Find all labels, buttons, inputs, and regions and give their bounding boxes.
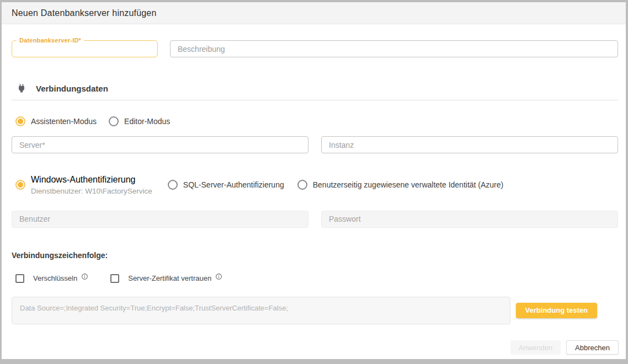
checkbox-box [15, 274, 24, 283]
server-input[interactable] [12, 136, 308, 153]
test-connection-button[interactable]: Verbindung testen [516, 303, 597, 318]
add-database-server-dialog: Neuen Datenbankserver hinzufügen Datenba… [2, 2, 626, 359]
radio-sql-server-auth[interactable]: SQL-Server-Authentifizierung [168, 180, 284, 190]
radio-editor-mode[interactable]: Editor-Modus [109, 116, 170, 126]
mode-radio-group: Assistenten-Modus Editor-Modus [12, 116, 618, 126]
connection-data-section-header: Verbindungsdaten [12, 83, 618, 94]
windows-auth-label: Windows-Authentifizierung [31, 173, 152, 186]
info-icon[interactable] [81, 272, 88, 280]
radio-assistant-mode[interactable]: Assistenten-Modus [15, 116, 97, 126]
auth-radio-group: Windows-Authentifizierung Dienstbenutzer… [12, 173, 618, 197]
cancel-button[interactable]: Abbrechen [566, 340, 619, 355]
radio-circle [109, 116, 119, 126]
radio-circle [15, 116, 25, 126]
section-title: Verbindungsdaten [36, 84, 108, 93]
checkbox-box [110, 274, 119, 283]
user-password-row [12, 211, 618, 228]
database-server-id-label: Datenbankserver-ID* [17, 37, 84, 44]
password-input [321, 211, 618, 228]
dialog-title: Neuen Datenbankserver hinzufügen [12, 8, 157, 18]
radio-circle [15, 180, 25, 190]
dialog-header: Neuen Datenbankserver hinzufügen [2, 2, 626, 24]
dialog-content: Datenbankserver-ID* Verbindungsdaten Ass… [2, 24, 626, 359]
instance-input[interactable] [321, 136, 618, 153]
id-description-row: Datenbankserver-ID* [12, 37, 618, 57]
dialog-footer: Anwenden Abbrechen [510, 340, 619, 355]
apply-button: Anwenden [510, 340, 561, 355]
description-input[interactable] [170, 40, 618, 57]
user-input [12, 211, 308, 228]
radio-circle [297, 180, 307, 190]
info-icon[interactable] [215, 272, 222, 280]
radio-managed-identity-azure[interactable]: Benutzerseitig zugewiesene verwaltete Id… [297, 180, 504, 190]
connection-string-label: Verbindungszeichenfolge: [12, 251, 618, 260]
trust-server-certificate-checkbox[interactable]: Server-Zertifikat vertrauen [110, 274, 211, 283]
server-instance-row [12, 136, 618, 153]
radio-circle [168, 180, 178, 190]
database-server-id-input[interactable] [12, 44, 157, 57]
service-user-sublabel: Dienstbenutzer: W10\FactoryService [31, 186, 152, 197]
plug-icon [16, 83, 27, 94]
database-server-id-field: Datenbankserver-ID* [12, 37, 158, 57]
connection-string-row: Data Source=;Integrated Security=True;En… [12, 297, 618, 324]
connection-string-box[interactable]: Data Source=;Integrated Security=True;En… [12, 297, 510, 324]
section-divider [12, 100, 618, 100]
radio-windows-auth[interactable]: Windows-Authentifizierung Dienstbenutzer… [15, 173, 152, 197]
encrypt-checkbox[interactable]: Verschlüsseln [15, 274, 77, 283]
connection-string-options: Verschlüsseln Server-Zertifikat vertraue… [12, 274, 618, 283]
